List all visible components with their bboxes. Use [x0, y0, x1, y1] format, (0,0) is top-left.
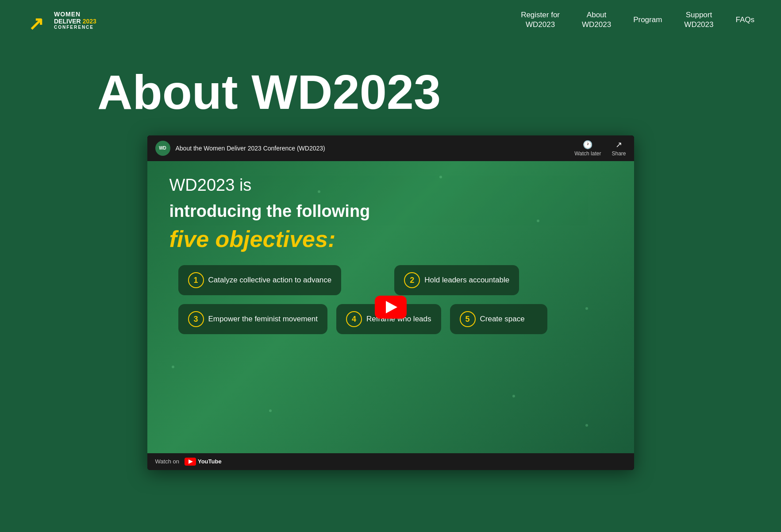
obj-number-5: 5 — [460, 311, 476, 327]
obj-number-3: 3 — [188, 311, 204, 327]
clock-icon: 🕐 — [583, 140, 592, 150]
youtube-icon — [185, 458, 196, 466]
obj-number-1: 1 — [188, 272, 204, 288]
objective-2: 2 Hold leaders accountable — [394, 265, 519, 295]
page-title-section: About WD2023 — [0, 40, 781, 135]
page-title: About WD2023 — [97, 66, 684, 118]
video-embed: WD About the Women Deliver 2023 Conferen… — [147, 135, 634, 470]
svg-text:↗: ↗ — [28, 13, 44, 32]
objectives-row-1: 1 Catalyze collective action to advance … — [178, 265, 603, 295]
play-button[interactable] — [375, 296, 407, 319]
nav-register[interactable]: Register forWD2023 — [521, 10, 560, 30]
objective-5: 5 Create space — [450, 304, 547, 334]
video-thumbnail[interactable]: WD2023 is introducing the following five… — [147, 161, 634, 453]
video-headline-block: WD2023 is introducing the following five… — [169, 174, 612, 252]
logo-text: WOMEN DELIVER 2023 CONFERENCE — [54, 11, 96, 30]
watch-later-button[interactable]: 🕐 Watch later — [574, 140, 601, 157]
video-top-bar: WD About the Women Deliver 2023 Conferen… — [147, 135, 634, 161]
obj-text-5: Create space — [480, 314, 525, 324]
youtube-label: YouTube — [198, 458, 222, 465]
main-nav: Register forWD2023 AboutWD2023 Program S… — [521, 10, 754, 30]
youtube-play-icon — [189, 459, 193, 464]
nav-faqs[interactable]: FAQs — [735, 15, 754, 25]
nav-program[interactable]: Program — [633, 15, 662, 25]
obj-text-1: Catalyze collective action to advance — [208, 275, 332, 285]
obj-number-2: 2 — [404, 272, 420, 288]
play-triangle-icon — [386, 301, 397, 313]
video-title: About the Women Deliver 2023 Conference … — [176, 145, 325, 152]
share-label: Share — [612, 150, 626, 157]
share-icon: ↗ — [616, 140, 622, 150]
obj-text-2: Hold leaders accountable — [424, 275, 509, 285]
objective-1: 1 Catalyze collective action to advance — [178, 265, 342, 295]
video-bottom-bar: Watch on YouTube — [147, 453, 634, 470]
watch-on-label: Watch on — [155, 458, 179, 465]
youtube-logo[interactable]: YouTube — [185, 458, 222, 466]
video-top-right: 🕐 Watch later ↗ Share — [574, 140, 626, 157]
channel-avatar: WD — [155, 141, 170, 156]
obj-text-3: Empower the feminist movement — [208, 314, 318, 324]
watch-later-label: Watch later — [574, 150, 601, 157]
video-top-left: WD About the Women Deliver 2023 Conferen… — [155, 141, 325, 156]
headline-line2: introducing the following — [169, 202, 370, 220]
logo-icon: ↗ — [27, 8, 50, 32]
nav-about[interactable]: AboutWD2023 — [582, 10, 611, 30]
headline-line3: five objectives: — [169, 226, 336, 252]
nav-support[interactable]: SupportWD2023 — [684, 10, 713, 30]
site-header: ↗ WOMEN DELIVER 2023 CONFERENCE Register… — [0, 0, 781, 40]
video-section: WD About the Women Deliver 2023 Conferen… — [0, 135, 781, 497]
obj-number-4: 4 — [346, 311, 362, 327]
share-button[interactable]: ↗ Share — [612, 140, 626, 157]
headline-line1: WD2023 is — [169, 176, 252, 194]
objective-3: 3 Empower the feminist movement — [178, 304, 328, 334]
logo[interactable]: ↗ WOMEN DELIVER 2023 CONFERENCE — [27, 8, 96, 32]
